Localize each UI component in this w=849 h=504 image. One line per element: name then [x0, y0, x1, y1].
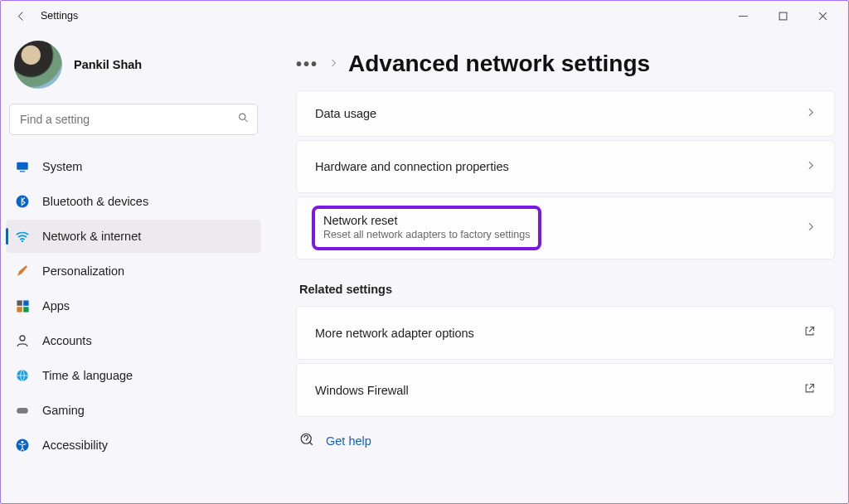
sidebar-item-label: Bluetooth & devices — [42, 195, 148, 208]
card-more-adapter-options[interactable]: More network adapter options — [296, 306, 835, 360]
sidebar-item-label: Gaming — [42, 404, 85, 417]
page-title: Advanced network settings — [348, 51, 650, 77]
brush-icon — [14, 263, 31, 279]
gamepad-icon — [14, 402, 31, 419]
maximize-icon — [779, 12, 788, 21]
related-settings-heading: Related settings — [299, 283, 835, 296]
sidebar-item-time[interactable]: Time & language — [6, 359, 261, 392]
avatar — [14, 41, 62, 89]
sidebar-item-apps[interactable]: Apps — [6, 289, 261, 322]
card-label: Windows Firewall — [315, 384, 409, 397]
sidebar-item-label: Personalization — [42, 264, 124, 278]
window-title: Settings — [41, 10, 78, 22]
get-help-link[interactable]: Get help — [326, 434, 371, 448]
svg-point-4 — [17, 196, 29, 208]
card-label: Hardware and connection properties — [315, 160, 509, 173]
sidebar-item-personalization[interactable]: Personalization — [6, 254, 261, 288]
external-link-icon — [803, 382, 816, 398]
help-icon — [299, 432, 314, 450]
search-icon — [237, 112, 250, 128]
get-help-row[interactable]: Get help — [296, 432, 835, 450]
apps-icon — [14, 298, 31, 314]
svg-point-10 — [20, 336, 25, 341]
sidebar-item-gaming[interactable]: Gaming — [6, 394, 261, 427]
close-icon — [818, 12, 827, 21]
svg-point-5 — [22, 240, 23, 242]
sidebar-item-label: Time & language — [42, 369, 133, 382]
maximize-button[interactable] — [764, 2, 802, 29]
svg-point-14 — [22, 441, 24, 443]
svg-rect-7 — [23, 300, 28, 305]
arrow-left-icon — [15, 10, 27, 22]
sidebar-item-label: Apps — [42, 299, 70, 313]
chevron-right-icon — [328, 56, 338, 71]
back-button[interactable] — [7, 2, 34, 29]
card-hardware-properties[interactable]: Hardware and connection properties — [296, 140, 835, 193]
breadcrumb: ••• Advanced network settings — [296, 51, 835, 77]
profile-block[interactable]: Pankil Shah — [6, 34, 261, 104]
sidebar-item-system[interactable]: System — [6, 150, 261, 183]
card-label: Network reset — [323, 214, 530, 227]
accessibility-icon — [14, 437, 31, 453]
card-label: More network adapter options — [315, 327, 474, 340]
sidebar-item-accessibility[interactable]: Accessibility — [6, 429, 261, 462]
account-icon — [14, 332, 31, 349]
svg-rect-12 — [17, 408, 28, 414]
close-button[interactable] — [803, 2, 842, 29]
sidebar-item-label: System — [42, 160, 82, 173]
sidebar-item-label: Accounts — [42, 334, 92, 347]
system-icon — [14, 158, 31, 175]
svg-rect-2 — [17, 162, 28, 170]
sidebar-item-accounts[interactable]: Accounts — [6, 324, 261, 357]
sidebar-item-bluetooth[interactable]: Bluetooth & devices — [6, 185, 261, 218]
external-link-icon — [803, 325, 816, 341]
search-input[interactable] — [9, 104, 258, 135]
globe-icon — [14, 367, 31, 384]
card-data-usage[interactable]: Data usage — [296, 90, 835, 137]
card-sublabel: Reset all network adapters to factory se… — [323, 229, 530, 240]
bluetooth-icon — [14, 193, 31, 210]
chevron-right-icon — [805, 159, 816, 174]
minimize-icon — [739, 12, 748, 21]
search-box[interactable] — [9, 104, 258, 135]
card-label: Data usage — [315, 107, 376, 120]
network-reset-highlight: Network reset Reset all network adapters… — [315, 209, 538, 247]
card-network-reset[interactable]: Network reset Reset all network adapters… — [296, 196, 835, 259]
user-name: Pankil Shah — [74, 58, 142, 71]
svg-rect-3 — [20, 171, 25, 172]
chevron-right-icon — [805, 220, 816, 235]
svg-rect-6 — [17, 300, 22, 305]
chevron-right-icon — [805, 106, 816, 121]
breadcrumb-ellipsis[interactable]: ••• — [296, 55, 318, 74]
svg-rect-8 — [17, 307, 22, 312]
svg-point-1 — [240, 114, 246, 120]
sidebar-item-network[interactable]: Network & internet — [6, 220, 261, 253]
sidebar-item-label: Network & internet — [42, 230, 141, 243]
sidebar-item-label: Accessibility — [42, 439, 108, 452]
minimize-button[interactable] — [724, 2, 762, 29]
svg-rect-9 — [23, 307, 28, 312]
svg-rect-0 — [779, 12, 787, 20]
wifi-icon — [14, 228, 31, 245]
card-windows-firewall[interactable]: Windows Firewall — [296, 363, 835, 417]
